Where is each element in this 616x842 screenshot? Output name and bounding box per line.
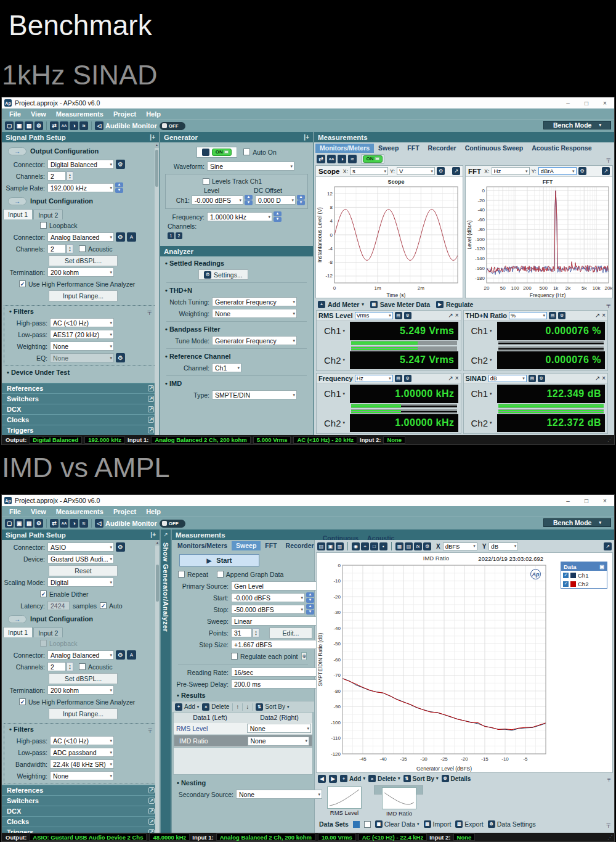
swap-icon[interactable]: ⇄ — [50, 519, 59, 528]
close-icon[interactable]: × — [455, 375, 459, 382]
minimize-button[interactable]: – — [559, 495, 577, 506]
channel-select[interactable]: Ch2▾ — [466, 418, 497, 428]
checkbox-append-graph-data[interactable] — [217, 571, 224, 578]
popout-icon[interactable]: ↗ — [148, 427, 154, 433]
y-unit-select[interactable]: dB▾ — [488, 542, 518, 550]
monitors-on-toggle[interactable]: ON — [361, 154, 384, 164]
popout-icon[interactable]: ↗ — [604, 542, 612, 550]
show-generator-analyzer-strip[interactable]: ↗ Show Generator/Analyzer — [161, 529, 172, 833]
tab-input-2[interactable]: Input 2 — [33, 627, 63, 637]
gear-icon[interactable]: ⚙ — [404, 312, 411, 319]
panel-expand-icon[interactable]: |+ — [304, 134, 309, 141]
gear-icon[interactable]: ⚙ — [558, 312, 565, 319]
bench-mode-button[interactable]: Bench Mode▾ — [543, 121, 611, 129]
menu-item-project[interactable]: Project — [108, 110, 141, 118]
data-settings-button[interactable]: ⚙Data Settings — [488, 820, 536, 828]
popout-icon[interactable]: ↗ — [148, 808, 155, 814]
popout-icon[interactable]: ↗ — [148, 417, 154, 423]
data2-select[interactable]: None▾ — [248, 737, 309, 746]
input-monitor-icon[interactable]: A — [127, 650, 136, 660]
gear-icon[interactable]: ⚙ — [116, 232, 125, 242]
x-unit-select[interactable]: dBFS▾ — [443, 542, 477, 550]
unit-select[interactable]: dB▾ — [488, 375, 527, 382]
checkbox-acoustic[interactable] — [79, 245, 86, 252]
gear-icon[interactable]: ⚙ — [34, 519, 43, 528]
section-bar-dcx[interactable]: DCX↗ — [2, 806, 160, 816]
tab-input-1[interactable]: Input 1 — [3, 209, 33, 219]
shrink-icon[interactable]: ▪ — [379, 542, 387, 550]
gear-icon[interactable]: ⚙ — [34, 121, 43, 130]
delete-result-button[interactable]: ×Delete — [202, 703, 229, 711]
channel-1-button[interactable]: 1 — [168, 232, 174, 239]
resize-grip[interactable]: ⋰ — [607, 835, 614, 840]
section-bar-switchers[interactable]: Switchers↗ — [2, 393, 159, 404]
button-set-dbspl[interactable]: Set dBSPL... — [49, 255, 118, 266]
aa-icon[interactable]: AA — [327, 155, 336, 163]
tab-fft[interactable]: FFT — [261, 541, 281, 550]
close-icon[interactable]: × — [455, 312, 459, 319]
add-graph-button[interactable]: +Add▾ — [340, 775, 365, 782]
maximize-button[interactable]: □ — [577, 495, 596, 506]
add-result-button[interactable]: +Add▾ — [175, 703, 199, 711]
menu-item-help[interactable]: Help — [141, 110, 166, 118]
popout-icon[interactable]: ↗ — [148, 819, 155, 825]
select-pre-sweep-delay[interactable]: 200.0 ms▾ — [231, 679, 323, 689]
zoom-icon[interactable]: ◉ — [352, 542, 360, 550]
select-type[interactable]: SMPTE/DIN▾ — [212, 390, 297, 399]
input-monitor-icon[interactable]: A — [127, 232, 136, 242]
tab-monitors-meters[interactable]: Monitors/Meters — [173, 541, 232, 550]
edit-button[interactable]: Edit... — [269, 627, 312, 639]
new-icon[interactable]: ▢ — [5, 519, 14, 528]
section-bar-references[interactable]: References↗ — [2, 785, 160, 795]
select-weighting[interactable]: None▾ — [50, 341, 114, 351]
legend-checkbox[interactable]: ✓ — [563, 581, 569, 587]
tab-sweep[interactable]: Sweep — [232, 541, 261, 550]
gear-icon[interactable]: ⚙ — [423, 542, 431, 550]
channels-stepper[interactable]: ▴▾ — [67, 244, 73, 253]
tab-continuous-sweep[interactable]: Continuous Sweep — [461, 144, 528, 153]
speaker-icon[interactable]: ◁ — [95, 121, 103, 130]
collapse-icon[interactable]: ╤ — [148, 726, 152, 732]
tab-recorder[interactable]: Recorder — [424, 144, 461, 153]
start-button[interactable]: ▶Start — [179, 554, 259, 566]
select-termination[interactable]: 200 kohm▾ — [47, 685, 114, 695]
channel-select[interactable]: Ch1▾ — [466, 325, 497, 336]
wave-icon[interactable]: ≈ — [79, 519, 88, 528]
graph-icon[interactable]: ≈ — [348, 155, 357, 163]
select-notch-tuning[interactable]: Generator Frequency▾ — [212, 297, 297, 306]
fft-x-unit-select[interactable]: Hz▾ — [492, 167, 530, 175]
channel-select[interactable]: Ch2▾ — [319, 418, 350, 428]
sort-by-button[interactable]: ⇅Sort By▾ — [403, 775, 439, 782]
tab-input-1[interactable]: Input 1 — [3, 627, 33, 637]
copy-icon[interactable]: ▣ — [326, 542, 334, 550]
checkbox-use-high-performance-sine-analyzer[interactable]: ✓ — [19, 698, 26, 705]
aa-icon[interactable]: AA — [60, 519, 68, 528]
gear-icon[interactable]: ⚙ — [578, 167, 586, 175]
select-weighting[interactable]: None▾ — [212, 309, 297, 318]
aa-icon[interactable]: AA — [60, 121, 68, 130]
pan-icon[interactable]: + — [361, 542, 369, 550]
button-set-dbspl[interactable]: Set dBSPL... — [49, 673, 118, 684]
points-input[interactable]: 31 — [231, 628, 252, 637]
export-button[interactable]: ▥Export — [455, 820, 483, 828]
clock-icon[interactable]: ◑ — [70, 121, 78, 130]
audible-monitor-toggle[interactable]: OFF — [160, 520, 185, 528]
popout-icon[interactable]: ↗ — [602, 167, 610, 175]
section-bar-clocks[interactable]: Clocks↗ — [2, 414, 159, 425]
save-icon[interactable]: ▤ — [317, 542, 325, 550]
new-icon[interactable]: ▢ — [5, 121, 14, 130]
panel-expand-icon[interactable]: |+ — [150, 531, 156, 538]
delete-graph-button[interactable]: ×Delete▾ — [368, 775, 400, 782]
select-waveform[interactable]: Sine▾ — [207, 161, 294, 171]
clock-icon[interactable]: ◑ — [338, 155, 346, 163]
select-sample-rate[interactable]: 192.000 kHz▾ — [47, 183, 114, 192]
stepper[interactable]: ▲▼ — [306, 604, 314, 615]
popout-icon[interactable]: ↗ — [452, 167, 460, 175]
details-button[interactable]: ⚙Details — [442, 775, 471, 782]
latency-input[interactable]: 2424 — [47, 601, 70, 610]
popout-icon[interactable]: ↗ — [148, 798, 155, 804]
fx-icon[interactable]: fx — [414, 542, 422, 550]
move-down-button[interactable]: ↓ — [246, 703, 249, 710]
select-stop[interactable]: -50.000 dBFS▾ — [231, 605, 305, 614]
button-settings[interactable]: ⚙Settings... — [198, 269, 248, 280]
